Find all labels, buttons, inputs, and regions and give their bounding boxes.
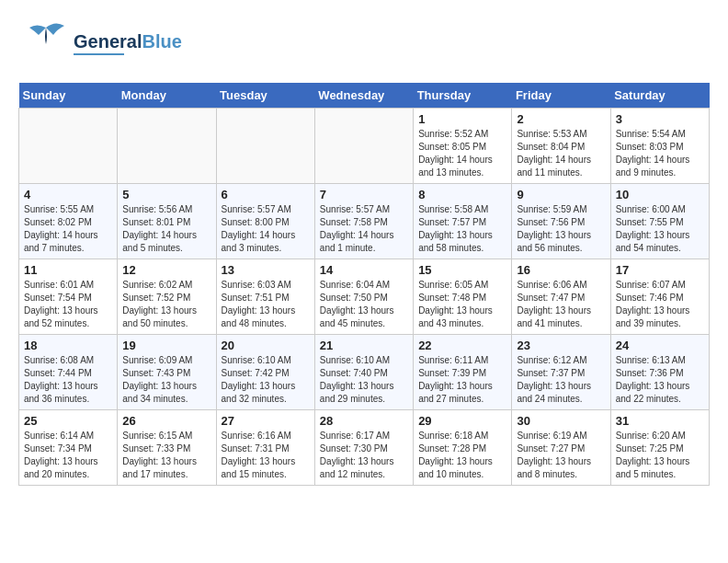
- logo: GeneralBlue: [18, 18, 182, 68]
- day-number: 6: [222, 188, 310, 201]
- day-info: Sunrise: 6:19 AM Sunset: 7:27 PM Dayligh…: [517, 430, 605, 481]
- page-header: GeneralBlue: [18, 18, 710, 68]
- day-number: 25: [24, 414, 112, 428]
- day-info: Sunrise: 6:18 AM Sunset: 7:28 PM Dayligh…: [418, 430, 506, 481]
- day-info: Sunrise: 6:12 AM Sunset: 7:37 PM Dayligh…: [517, 354, 605, 406]
- calendar-cell: 11Sunrise: 6:01 AM Sunset: 7:54 PM Dayli…: [19, 259, 118, 335]
- calendar-table: SundayMondayTuesdayWednesdayThursdayFrid…: [18, 83, 710, 486]
- calendar-cell: 13Sunrise: 6:03 AM Sunset: 7:51 PM Dayli…: [216, 259, 314, 335]
- day-info: Sunrise: 6:17 AM Sunset: 7:30 PM Dayligh…: [320, 430, 408, 481]
- calendar-cell: 16Sunrise: 6:06 AM Sunset: 7:47 PM Dayli…: [512, 259, 610, 335]
- calendar-cell: 17Sunrise: 6:07 AM Sunset: 7:46 PM Dayli…: [610, 259, 709, 335]
- day-info: Sunrise: 6:16 AM Sunset: 7:31 PM Dayligh…: [222, 430, 310, 481]
- day-number: 8: [418, 188, 506, 201]
- day-info: Sunrise: 5:52 AM Sunset: 8:05 PM Dayligh…: [418, 128, 506, 179]
- calendar-cell: 30Sunrise: 6:19 AM Sunset: 7:27 PM Dayli…: [512, 410, 610, 486]
- day-info: Sunrise: 6:05 AM Sunset: 7:48 PM Dayligh…: [418, 279, 506, 330]
- calendar-cell: 3Sunrise: 5:54 AM Sunset: 8:03 PM Daylig…: [610, 109, 709, 184]
- day-info: Sunrise: 6:04 AM Sunset: 7:50 PM Dayligh…: [320, 279, 408, 330]
- calendar-cell: 24Sunrise: 6:13 AM Sunset: 7:36 PM Dayli…: [610, 335, 709, 410]
- day-number: 5: [122, 188, 210, 201]
- weekday-header-tuesday: Tuesday: [216, 83, 314, 109]
- calendar-cell: 18Sunrise: 6:08 AM Sunset: 7:44 PM Dayli…: [19, 335, 118, 410]
- day-number: 29: [418, 414, 506, 428]
- day-number: 12: [122, 263, 210, 277]
- day-info: Sunrise: 6:02 AM Sunset: 7:52 PM Dayligh…: [122, 279, 210, 330]
- calendar-cell: 8Sunrise: 5:58 AM Sunset: 7:57 PM Daylig…: [414, 184, 512, 259]
- calendar-cell: 12Sunrise: 6:02 AM Sunset: 7:52 PM Dayli…: [118, 259, 216, 335]
- calendar-week-row: 11Sunrise: 6:01 AM Sunset: 7:54 PM Dayli…: [19, 259, 710, 335]
- calendar-cell: [118, 109, 216, 184]
- calendar-cell: 5Sunrise: 5:56 AM Sunset: 8:01 PM Daylig…: [118, 184, 216, 259]
- calendar-cell: 6Sunrise: 5:57 AM Sunset: 8:00 PM Daylig…: [216, 184, 314, 259]
- calendar-cell: 27Sunrise: 6:16 AM Sunset: 7:31 PM Dayli…: [216, 410, 314, 486]
- calendar-body: 1Sunrise: 5:52 AM Sunset: 8:05 PM Daylig…: [19, 109, 710, 486]
- weekday-header-wednesday: Wednesday: [314, 83, 413, 109]
- day-info: Sunrise: 6:07 AM Sunset: 7:46 PM Dayligh…: [616, 279, 704, 330]
- day-number: 30: [517, 414, 605, 428]
- calendar-week-row: 25Sunrise: 6:14 AM Sunset: 7:34 PM Dayli…: [19, 410, 710, 486]
- calendar-cell: 2Sunrise: 5:53 AM Sunset: 8:04 PM Daylig…: [512, 109, 610, 184]
- day-number: 17: [616, 263, 704, 277]
- day-info: Sunrise: 6:01 AM Sunset: 7:54 PM Dayligh…: [24, 279, 112, 330]
- weekday-header-friday: Friday: [512, 83, 610, 109]
- calendar-cell: 15Sunrise: 6:05 AM Sunset: 7:48 PM Dayli…: [414, 259, 512, 335]
- day-number: 31: [616, 414, 704, 428]
- day-info: Sunrise: 6:20 AM Sunset: 7:25 PM Dayligh…: [616, 430, 704, 481]
- day-number: 9: [517, 188, 605, 201]
- calendar-cell: 28Sunrise: 6:17 AM Sunset: 7:30 PM Dayli…: [314, 410, 413, 486]
- day-number: 13: [222, 263, 310, 277]
- day-number: 28: [320, 414, 408, 428]
- day-info: Sunrise: 5:54 AM Sunset: 8:03 PM Dayligh…: [616, 128, 704, 179]
- day-info: Sunrise: 6:14 AM Sunset: 7:34 PM Dayligh…: [24, 430, 112, 481]
- day-number: 10: [616, 188, 704, 201]
- calendar-cell: [314, 109, 413, 184]
- day-number: 19: [122, 339, 210, 352]
- day-info: Sunrise: 6:06 AM Sunset: 7:47 PM Dayligh…: [517, 279, 605, 330]
- calendar-cell: 22Sunrise: 6:11 AM Sunset: 7:39 PM Dayli…: [414, 335, 512, 410]
- day-number: 2: [517, 112, 605, 126]
- day-number: 26: [122, 414, 210, 428]
- calendar-week-row: 1Sunrise: 5:52 AM Sunset: 8:05 PM Daylig…: [19, 109, 710, 184]
- calendar-cell: 21Sunrise: 6:10 AM Sunset: 7:40 PM Dayli…: [314, 335, 413, 410]
- weekday-header-thursday: Thursday: [414, 83, 512, 109]
- day-info: Sunrise: 6:13 AM Sunset: 7:36 PM Dayligh…: [616, 354, 704, 406]
- day-number: 1: [418, 112, 506, 126]
- calendar-cell: 26Sunrise: 6:15 AM Sunset: 7:33 PM Dayli…: [118, 410, 216, 486]
- weekday-header-monday: Monday: [118, 83, 216, 109]
- day-info: Sunrise: 6:15 AM Sunset: 7:33 PM Dayligh…: [122, 430, 210, 481]
- calendar-cell: 31Sunrise: 6:20 AM Sunset: 7:25 PM Dayli…: [610, 410, 709, 486]
- day-number: 7: [320, 188, 408, 201]
- day-number: 27: [222, 414, 310, 428]
- day-info: Sunrise: 5:56 AM Sunset: 8:01 PM Dayligh…: [122, 203, 210, 255]
- day-info: Sunrise: 6:10 AM Sunset: 7:40 PM Dayligh…: [320, 354, 408, 406]
- day-info: Sunrise: 5:55 AM Sunset: 8:02 PM Dayligh…: [24, 203, 112, 255]
- calendar-cell: 10Sunrise: 6:00 AM Sunset: 7:55 PM Dayli…: [610, 184, 709, 259]
- day-number: 11: [24, 263, 112, 277]
- calendar-week-row: 4Sunrise: 5:55 AM Sunset: 8:02 PM Daylig…: [19, 184, 710, 259]
- weekday-header-sunday: Sunday: [19, 83, 118, 109]
- day-info: Sunrise: 6:09 AM Sunset: 7:43 PM Dayligh…: [122, 354, 210, 406]
- calendar-cell: 4Sunrise: 5:55 AM Sunset: 8:02 PM Daylig…: [19, 184, 118, 259]
- weekday-header-row: SundayMondayTuesdayWednesdayThursdayFrid…: [19, 83, 710, 109]
- calendar-cell: 7Sunrise: 5:57 AM Sunset: 7:58 PM Daylig…: [314, 184, 413, 259]
- day-number: 3: [616, 112, 704, 126]
- day-info: Sunrise: 5:53 AM Sunset: 8:04 PM Dayligh…: [517, 128, 605, 179]
- calendar-cell: 29Sunrise: 6:18 AM Sunset: 7:28 PM Dayli…: [414, 410, 512, 486]
- weekday-header-saturday: Saturday: [610, 83, 709, 109]
- day-number: 22: [418, 339, 506, 352]
- day-info: Sunrise: 6:08 AM Sunset: 7:44 PM Dayligh…: [24, 354, 112, 406]
- calendar-week-row: 18Sunrise: 6:08 AM Sunset: 7:44 PM Dayli…: [19, 335, 710, 410]
- calendar-header: SundayMondayTuesdayWednesdayThursdayFrid…: [19, 83, 710, 109]
- calendar-cell: [216, 109, 314, 184]
- day-number: 14: [320, 263, 408, 277]
- logo-icon: [18, 18, 74, 64]
- day-info: Sunrise: 5:57 AM Sunset: 7:58 PM Dayligh…: [320, 203, 408, 255]
- calendar-cell: 20Sunrise: 6:10 AM Sunset: 7:42 PM Dayli…: [216, 335, 314, 410]
- day-number: 4: [24, 188, 112, 201]
- day-number: 20: [222, 339, 310, 352]
- day-number: 24: [616, 339, 704, 352]
- calendar-cell: 19Sunrise: 6:09 AM Sunset: 7:43 PM Dayli…: [118, 335, 216, 410]
- day-info: Sunrise: 6:10 AM Sunset: 7:42 PM Dayligh…: [222, 354, 310, 406]
- calendar-cell: 23Sunrise: 6:12 AM Sunset: 7:37 PM Dayli…: [512, 335, 610, 410]
